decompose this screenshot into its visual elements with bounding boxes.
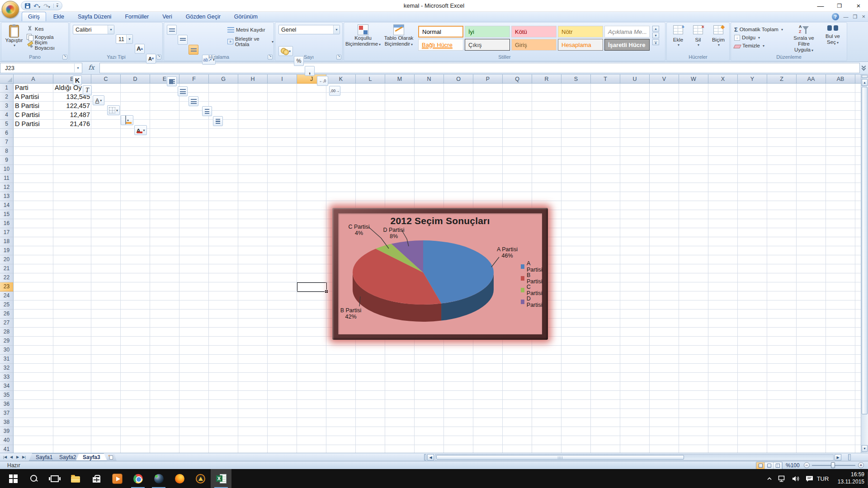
align-right-button[interactable] [189,96,198,106]
formula-bar-expand-icon[interactable] [861,66,867,71]
column-header-AA[interactable]: AA [797,75,826,84]
window-close-button[interactable]: × [849,0,868,12]
fill-button[interactable]: ↓Dolgu▾ [734,33,783,42]
cell-A1[interactable]: Parti [14,84,53,93]
legend-item-A Partisi[interactable]: A Partisi [521,260,543,273]
cell-A2[interactable]: A Partisi [14,93,53,102]
name-box-dropdown-icon[interactable]: ▾ [74,64,81,72]
help-icon[interactable]: ? [832,13,839,20]
cell-style-giri-[interactable]: Giriş [511,39,557,51]
tab-split-handle[interactable] [424,454,426,460]
row-header-16[interactable]: 16 [0,219,14,228]
zoom-level[interactable]: %100 [786,462,800,469]
alignment-dialog-launcher[interactable] [268,55,273,60]
row-header-11[interactable]: 11 [0,174,14,183]
tab-ekle[interactable]: Ekle [47,12,71,21]
fill-color-button[interactable]: ▾ [121,115,133,125]
column-header-I[interactable]: I [268,75,297,84]
row-header-25[interactable]: 25 [0,300,14,310]
cell-style-n-tr[interactable]: Nötr [558,26,603,38]
row-header-6[interactable]: 6 [0,129,14,138]
cell-style-hesaplama[interactable]: Hesaplama [558,39,603,51]
row-header-24[interactable]: 24 [0,291,14,300]
taskbar-firefox-button[interactable] [169,469,190,488]
row-header-17[interactable]: 17 [0,228,14,237]
row-header-5[interactable]: 5 [0,120,14,129]
insert-function-button[interactable]: fx [85,63,98,73]
tab-formüller[interactable]: Formüller [118,12,155,21]
row-header-8[interactable]: 8 [0,147,14,156]
row-header-10[interactable]: 10 [0,165,14,174]
grow-font-button[interactable]: A [135,44,145,54]
name-box[interactable]: J23▾ [0,63,82,73]
column-header-O[interactable]: O [444,75,473,84]
legend-item-D Partisi[interactable]: D Partisi [521,296,543,308]
scroll-right-icon[interactable]: ▶ [835,454,841,460]
cell-style--k-[interactable]: Çıkış [465,39,510,51]
scrollbar-split-handle[interactable] [848,454,851,460]
insert-worksheet-tab[interactable]: ✶ [107,454,117,461]
taskbar-task-view-button[interactable] [44,469,65,488]
row-header-30[interactable]: 30 [0,346,14,355]
delete-cells-button[interactable]: × Sil▾ [689,25,707,53]
redo-button[interactable]: ↷▾ [43,2,50,10]
align-bottom-button[interactable] [189,45,198,55]
insert-cells-button[interactable]: + Ekle▾ [669,25,687,53]
column-header-AB[interactable]: AB [826,75,855,84]
row-header-19[interactable]: 19 [0,246,14,255]
row-header-9[interactable]: 9 [0,156,14,165]
vertical-scrollbar[interactable]: ▲ ▼ [861,75,868,453]
wrap-text-button[interactable]: Metni Kaydır [227,26,265,34]
qat-customize-button[interactable]: ▾ [53,4,58,8]
taskbar-media-player-button[interactable] [107,469,127,488]
cell-A5[interactable]: D Partisi [14,120,53,129]
row-header-36[interactable]: 36 [0,400,14,409]
format-cells-button[interactable]: ◆ Biçim▾ [709,25,728,53]
row-header-34[interactable]: 34 [0,382,14,391]
cell-style-i-aretli-h-cre[interactable]: İşaretli Hücre [604,39,650,51]
horizontal-scrollbar[interactable] [435,454,834,460]
cell-B4[interactable]: 12,487 [53,111,91,120]
row-header-28[interactable]: 28 [0,328,14,337]
page-layout-view-button[interactable] [765,462,774,469]
row-header-38[interactable]: 38 [0,418,14,427]
data-label-C Partisi[interactable]: C Partisi4% [340,224,378,236]
row-header-1[interactable]: 1 [0,84,14,93]
row-header-27[interactable]: 27 [0,319,14,328]
prev-sheet-icon[interactable]: ◀ [8,454,14,460]
horizontal-scroll-thumb[interactable] [436,455,684,460]
legend-item-B Partisi[interactable]: B Partisi [521,272,543,285]
increase-decimal-button[interactable]: ←,0 [317,76,328,86]
row-header-39[interactable]: 39 [0,427,14,436]
row-header-13[interactable]: 13 [0,192,14,201]
row-header-26[interactable]: 26 [0,310,14,319]
tab-gözden-geçir[interactable]: Gözden Geçir [179,12,227,21]
row-header-33[interactable]: 33 [0,373,14,382]
pano-dialog-launcher[interactable] [62,55,67,60]
row-header-40[interactable]: 40 [0,436,14,445]
row-header-41[interactable]: 41 [0,445,14,453]
row-header-2[interactable]: 2 [0,93,14,102]
cell-style-normal[interactable]: Normal [418,26,463,38]
row-header-18[interactable]: 18 [0,237,14,246]
column-header-AC[interactable]: AC [855,75,861,84]
column-header-F[interactable]: F [179,75,209,84]
styles-gallery-more-icon[interactable]: —▼ [652,39,659,45]
decrease-indent-button[interactable] [202,106,212,116]
taskbar-chrome-button[interactable] [127,469,148,488]
decrease-decimal-button[interactable]: ,00→ [329,86,340,96]
clear-button[interactable]: Temizle▾ [734,42,783,50]
tab-görünüm[interactable]: Görünüm [228,12,264,21]
window-minimize-button[interactable]: — [811,0,830,12]
number-dialog-launcher[interactable] [336,55,341,60]
column-header-D[interactable]: D [121,75,150,84]
cell-style-a-klama-me-[interactable]: Açıklama Me... [604,26,650,38]
increase-indent-button[interactable] [213,116,223,126]
paste-button[interactable]: Yapıştır▾ [4,24,24,54]
office-button[interactable] [2,1,19,18]
zoom-out-icon[interactable]: − [804,462,810,468]
column-header-G[interactable]: G [209,75,238,84]
align-top-button[interactable] [167,25,177,35]
scroll-up-icon[interactable]: ▲ [862,79,868,86]
column-header-H[interactable]: H [238,75,268,84]
